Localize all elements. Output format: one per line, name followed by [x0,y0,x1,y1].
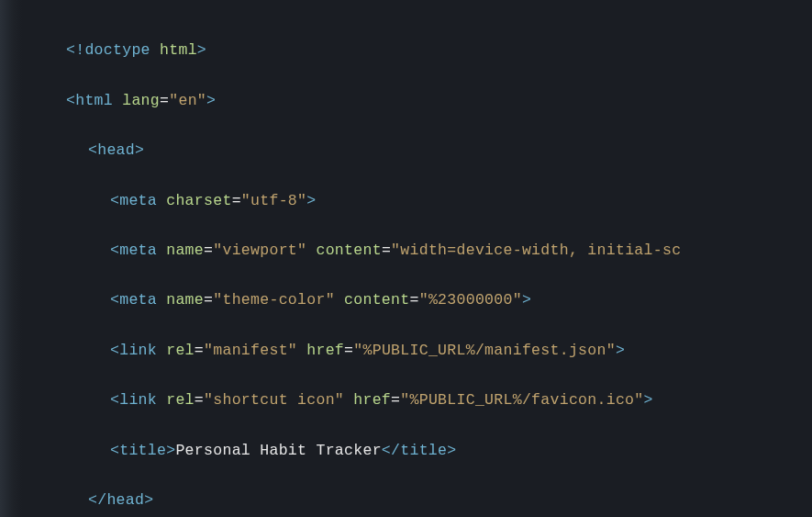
code-line: <meta name="viewport" content="width=dev… [22,238,812,263]
code-line: <html lang="en"> [22,88,812,113]
attr-value: "%PUBLIC_URL%/manifest.json" [353,342,616,359]
attr-rel: rel [166,391,195,409]
code-line: <!doctype html> [22,38,812,62]
doctype-value: html [160,41,197,59]
doctype-keyword: doctype [84,41,150,59]
tag-punct: <! [66,41,84,59]
attr-name: name [166,242,204,259]
code-line: <title>Personal Habit Tracker</title> [22,438,812,463]
attr-charset: charset [166,192,231,209]
head-tag: head [97,141,135,159]
html-tag: html [75,92,113,109]
title-text: Personal Habit Tracker [175,442,381,459]
attr-value: "width=device-width, initial-sc [391,242,681,259]
head-close-tag: head [106,491,144,509]
editor-gutter [0,0,22,517]
code-content[interactable]: <!doctype html> <html lang="en"> <head> … [22,0,812,517]
code-line: <link rel="manifest" href="%PUBLIC_URL%/… [22,338,812,363]
attr-content: content [316,242,381,259]
code-editor[interactable]: <!doctype html> <html lang="en"> <head> … [0,0,812,517]
code-line: <meta charset="utf-8"> [22,188,812,213]
attr-href: href [353,391,391,409]
attr-value: "theme-color" [213,291,335,309]
attr-href: href [306,342,344,359]
title-tag: title [119,442,166,459]
attr-value: "viewport" [213,242,306,259]
meta-tag: meta [119,192,157,209]
code-line: <meta name="theme-color" content="%23000… [22,287,812,312]
attr-rel: rel [166,342,195,359]
code-line: </head> [22,488,812,512]
meta-tag: meta [119,242,157,259]
attr-name: name [166,291,204,309]
link-tag: link [119,342,157,359]
attr-value: "utf-8" [241,192,306,209]
attr-content: content [344,291,409,309]
attr-value: "en" [169,92,206,109]
attr-lang: lang [122,92,160,109]
attr-value: "%PUBLIC_URL%/favicon.ico" [400,391,643,409]
code-line: <link rel="shortcut icon" href="%PUBLIC_… [22,388,812,412]
attr-value: "manifest" [204,342,297,359]
attr-value: "%23000000" [419,291,522,309]
code-line: <head> [22,138,812,163]
meta-tag: meta [119,291,157,309]
attr-value: "shortcut icon" [204,391,344,409]
link-tag: link [119,391,157,409]
